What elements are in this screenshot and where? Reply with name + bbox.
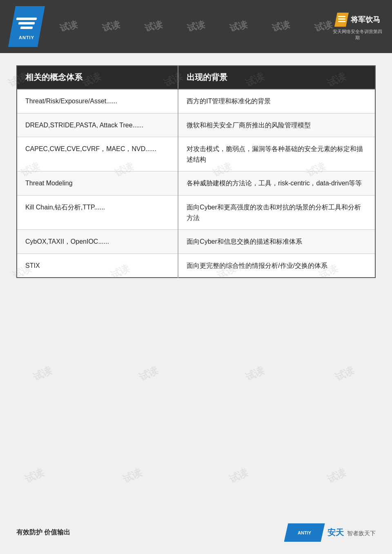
right-logo-icon <box>334 13 349 27</box>
table-cell-left-4: Kill Chain,钻石分析,TTP...... <box>17 195 178 229</box>
footer-logo-box: ANTIY <box>284 523 325 542</box>
table-cell-left-1: DREAD,STRIDE,PASTA, Attack Tree...... <box>17 113 178 137</box>
logo-line-2 <box>18 22 35 24</box>
body-watermark-18: 试读 <box>120 466 144 486</box>
table-cell-left-2: CAPEC,CWE,CVE,CVRF，MAEC，NVD...... <box>17 137 178 171</box>
body-watermark-20: 试读 <box>325 466 348 486</box>
watermark-2: 试读 <box>101 18 121 35</box>
body-watermark-19: 试读 <box>227 466 250 486</box>
watermark-6: 试读 <box>271 18 291 35</box>
right-brand-text: 将军饮马 <box>351 15 380 24</box>
logo-line-3 <box>20 27 33 29</box>
main-table: 相关的概念体系 出现的背景 Threat/Risk/Exposure/Asset… <box>16 65 376 278</box>
body-watermark-15: 试读 <box>243 364 266 384</box>
header: 试读 试读 试读 试读 试读 试读 试读 ANTIY 将军饮马 安天网络 <box>0 0 392 53</box>
table-cell-left-0: Threat/Risk/Exposure/Asset...... <box>17 89 178 113</box>
table-row: Threat Modeling各种威胁建模的方法论，工具，risk-centri… <box>17 171 375 196</box>
right-logo-line-1 <box>338 16 345 17</box>
col-right-header: 出现的背景 <box>178 66 375 89</box>
footer-brand-text: 安天 <box>327 528 344 537</box>
footer-left-text: 有效防护 价值输出 <box>16 528 70 537</box>
watermark-4: 试读 <box>186 18 206 35</box>
header-right-logo-top: 将军饮马 <box>334 13 380 27</box>
col-left-header: 相关的概念体系 <box>17 66 178 89</box>
header-subtitle: 安天网络安全冬训营第四期 <box>331 29 384 41</box>
table-header-row: 相关的概念体系 出现的背景 <box>17 66 375 89</box>
table-row: DREAD,STRIDE,PASTA, Attack Tree......微软和… <box>17 113 375 137</box>
watermark-3: 试读 <box>143 18 164 35</box>
logo-line-1 <box>16 18 37 20</box>
table-cell-left-5: CybOX,TAXII，OpenIOC...... <box>17 230 178 254</box>
right-logo-line-2 <box>338 18 345 20</box>
footer-brand: 安天 智者敌天下 <box>327 527 376 538</box>
main-content: 相关的概念体系 出现的背景 Threat/Risk/Exposure/Asset… <box>0 53 392 290</box>
header-right-logo: 将军饮马 安天网络安全冬训营第四期 <box>331 10 384 43</box>
table-cell-right-3: 各种威胁建模的方法论，工具，risk-centric，data-driven等等 <box>178 171 375 196</box>
table-cell-left-6: STIX <box>17 254 178 278</box>
table-cell-right-6: 面向更完整的综合性的情报分析/作业/交换的体系 <box>178 254 375 278</box>
watermark-1: 试读 <box>58 18 79 35</box>
footer-right: ANTIY 安天 智者敌天下 <box>284 523 376 542</box>
body-watermark-17: 试读 <box>22 466 46 486</box>
table-cell-right-4: 面向Cyber和更高强度的攻击和对抗的场景的分析工具和分析方法 <box>178 195 375 229</box>
table-cell-right-0: 西方的IT管理和标准化的背景 <box>178 89 375 113</box>
table-row: CAPEC,CWE,CVE,CVRF，MAEC，NVD......对攻击模式，脆… <box>17 137 375 171</box>
footer-logo-text: ANTIY <box>298 530 311 535</box>
table-row: CybOX,TAXII，OpenIOC......面向Cyber和信息交换的描述… <box>17 230 375 254</box>
logo: ANTIY <box>8 6 45 47</box>
body-watermark-16: 试读 <box>333 364 356 384</box>
logo-lines <box>16 13 37 33</box>
watermark-5: 试读 <box>228 18 249 35</box>
table-cell-right-2: 对攻击模式，脆弱点，漏洞等各种基础的安全元素的标定和描述结构 <box>178 137 375 171</box>
body-watermark-13: 试读 <box>31 364 54 384</box>
right-logo-line-3 <box>338 21 345 22</box>
table-row: STIX面向更完整的综合性的情报分析/作业/交换的体系 <box>17 254 375 278</box>
table-cell-left-3: Threat Modeling <box>17 171 178 196</box>
footer-brand-sub: 智者敌天下 <box>347 530 376 536</box>
footer: 有效防护 价值输出 ANTIY 安天 智者敌天下 <box>0 523 392 542</box>
body-watermark-14: 试读 <box>137 364 160 384</box>
logo-text: ANTIY <box>19 35 34 40</box>
right-logo-icon-inner <box>338 16 345 23</box>
table-body: Threat/Risk/Exposure/Asset......西方的IT管理和… <box>17 89 375 278</box>
table-row: Threat/Risk/Exposure/Asset......西方的IT管理和… <box>17 89 375 113</box>
table-row: Kill Chain,钻石分析,TTP......面向Cyber和更高强度的攻击… <box>17 195 375 229</box>
table-cell-right-1: 微软和相关安全厂商所推出的风险管理模型 <box>178 113 375 137</box>
table-cell-right-5: 面向Cyber和信息交换的描述和标准体系 <box>178 230 375 254</box>
